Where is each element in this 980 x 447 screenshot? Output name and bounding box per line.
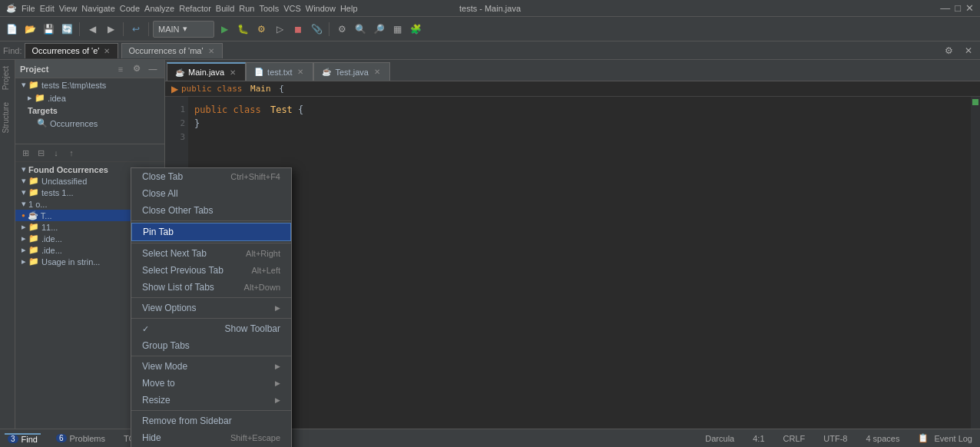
minimize-button[interactable]: — [940, 2, 950, 14]
save-button[interactable]: 💾 [40, 21, 57, 38]
menu-run[interactable]: Run [239, 4, 254, 13]
find-label: Find: [3, 46, 22, 55]
more-run-button[interactable]: ▷ [271, 21, 288, 38]
line-ending-label[interactable]: CRLF [780, 434, 809, 443]
plugins-button[interactable]: 🧩 [407, 21, 424, 38]
cm-select-next-tab[interactable]: Select Next Tab Alt+Right [131, 245, 291, 262]
open-button[interactable]: 📂 [22, 21, 38, 38]
cm-close-tab[interactable]: Close Tab Ctrl+Shift+F4 [131, 168, 291, 185]
debug-button[interactable]: 🐛 [234, 21, 251, 38]
project-minimize-icon[interactable]: — [146, 62, 160, 76]
menu-vcs[interactable]: VCS [283, 4, 301, 13]
menu-window[interactable]: Window [306, 4, 336, 13]
menu-help[interactable]: Help [340, 4, 358, 13]
menu-build[interactable]: Build [216, 4, 234, 13]
project-settings-icon[interactable]: ⚙ [130, 62, 144, 76]
find-tab-occurrences-ma-close[interactable]: ✕ [207, 47, 216, 55]
stop-button[interactable]: ◼ [290, 21, 306, 38]
find-close-button[interactable]: ✕ [960, 42, 977, 59]
cm-move-to[interactable]: Move to [131, 375, 291, 392]
class-name-test: Test [270, 104, 293, 115]
project-tree-item[interactable]: ▾ 📁 tests E:\tmp\tests [15, 78, 164, 91]
title-controls[interactable]: — □ ✕ [940, 2, 974, 14]
cm-group-tabs-label: Group Tabs [142, 340, 190, 351]
targets-section[interactable]: Targets [15, 104, 164, 117]
expand-icon: ▾ [22, 187, 26, 197]
darcula-theme-text: Darcula [705, 434, 734, 443]
idea-icon-2: 📁 [28, 245, 39, 255]
tab-test-java-close[interactable]: ✕ [372, 68, 382, 76]
find-tab-occurrences-e[interactable]: Occurrences of 'e' ✕ [25, 43, 118, 58]
new-file-button[interactable]: 📄 [3, 21, 20, 38]
cm-resize[interactable]: Resize [131, 392, 291, 409]
run-config-selector[interactable]: MAIN ▾ [153, 21, 214, 38]
find-tab-occurrences-e-close[interactable]: ✕ [102, 47, 111, 55]
sync-button[interactable]: 🔄 [58, 21, 75, 38]
menu-tools[interactable]: Tools [259, 4, 279, 13]
find-tab-bottom[interactable]: 3 Find [5, 433, 41, 444]
vertical-tab-structure[interactable]: Structure [0, 96, 15, 140]
cm-group-tabs[interactable]: Group Tabs [131, 337, 291, 354]
menu-edit[interactable]: Edit [40, 4, 55, 13]
build-button[interactable]: ⚙ [253, 21, 270, 38]
cm-pin-tab[interactable]: Pin Tab [131, 223, 291, 241]
tab-main-java-close[interactable]: ✕ [228, 68, 237, 77]
next-result-button[interactable]: ↓ [49, 146, 63, 160]
close-button[interactable]: ✕ [965, 2, 974, 14]
find-tab-occurrences-ma[interactable]: Occurrences of 'ma' ✕ [121, 43, 222, 58]
back-button[interactable]: ◀ [84, 21, 101, 38]
collapse-all-button[interactable]: ⊟ [34, 146, 48, 160]
find-settings-button[interactable]: ⚙ [940, 42, 957, 59]
sep4 [329, 22, 329, 36]
encoding-label[interactable]: UTF-8 [820, 434, 850, 443]
cm-view-mode[interactable]: View Mode [131, 358, 291, 375]
tab-test-txt[interactable]: 📄 test.txt ✕ [246, 62, 313, 81]
cm-close-all[interactable]: Close All [131, 185, 291, 202]
editor-tab-bar: ☕ Main.java ✕ 📄 test.txt ✕ ☕ Test.java ✕ [165, 60, 980, 81]
attach-button[interactable]: 📎 [308, 21, 325, 38]
run-button[interactable]: ▶ [216, 21, 233, 38]
menu-file[interactable]: File [22, 4, 35, 13]
menu-code[interactable]: Code [120, 4, 140, 13]
settings-button[interactable]: ⚙ [333, 21, 350, 38]
breadcrumb-run-icon: ▶ [171, 84, 178, 94]
idea-folder-item[interactable]: ▸ 📁 .idea [15, 91, 164, 104]
search-button[interactable]: 🔍 [352, 21, 369, 38]
expand-all-button[interactable]: ⊞ [18, 146, 32, 160]
menu-analyze[interactable]: Analyze [144, 4, 174, 13]
find-bar: Find: Occurrences of 'e' ✕ Occurrences o… [0, 41, 980, 60]
problems-tab-bottom[interactable]: 6 Problems [53, 434, 108, 443]
darcula-theme-label[interactable]: Darcula [702, 434, 737, 443]
cm-show-toolbar-label: Show Toolbar [225, 323, 281, 334]
maximize-button[interactable]: □ [955, 2, 961, 14]
vertical-tab-project[interactable]: Project [0, 60, 15, 96]
cm-close-other-tabs[interactable]: Close Other Tabs [131, 202, 291, 219]
occurrences-item[interactable]: 🔍 Occurrences [15, 117, 164, 130]
forward-button[interactable]: ▶ [102, 21, 119, 38]
find-usages-button[interactable]: 🔎 [370, 21, 387, 38]
cm-remove-from-sidebar[interactable]: Remove from Sidebar [131, 412, 291, 429]
indent-label[interactable]: 4 spaces [862, 434, 902, 443]
cm-show-list-of-tabs[interactable]: Show List of Tabs Alt+Down [131, 279, 291, 296]
cm-show-toolbar[interactable]: ✓ Show Toolbar [131, 320, 291, 337]
undo-button[interactable]: ↩ [127, 21, 144, 38]
project-expand-icon[interactable]: ≡ [114, 62, 127, 76]
menu-navigate[interactable]: Navigate [81, 4, 114, 13]
cm-hide[interactable]: Hide Shift+Escape [131, 429, 291, 446]
code-line-2: public class Test { [194, 103, 965, 117]
cm-select-previous-tab[interactable]: Select Previous Tab Alt+Left [131, 262, 291, 279]
cursor-position-label[interactable]: 4:1 [750, 434, 767, 443]
menu-refactor[interactable]: Refactor [179, 4, 211, 13]
tab-main-java[interactable]: ☕ Main.java ✕ [167, 62, 246, 81]
problems-count-badge: 6 [56, 434, 67, 442]
find-tab-occurrences-ma-label: Occurrences of 'ma' [128, 46, 203, 55]
layout-button[interactable]: ▦ [389, 21, 406, 38]
cm-view-options[interactable]: View Options [131, 300, 291, 316]
menu-view[interactable]: View [59, 4, 78, 13]
event-log-button[interactable]: 📋 Event Log [915, 433, 975, 443]
tab-test-txt-close[interactable]: ✕ [296, 68, 305, 76]
tab-test-java[interactable]: ☕ Test.java ✕ [313, 62, 389, 81]
code-editor[interactable]: public class Test { } [188, 97, 971, 429]
find-count-badge: 3 [8, 435, 18, 443]
prev-result-button[interactable]: ↑ [65, 146, 78, 160]
